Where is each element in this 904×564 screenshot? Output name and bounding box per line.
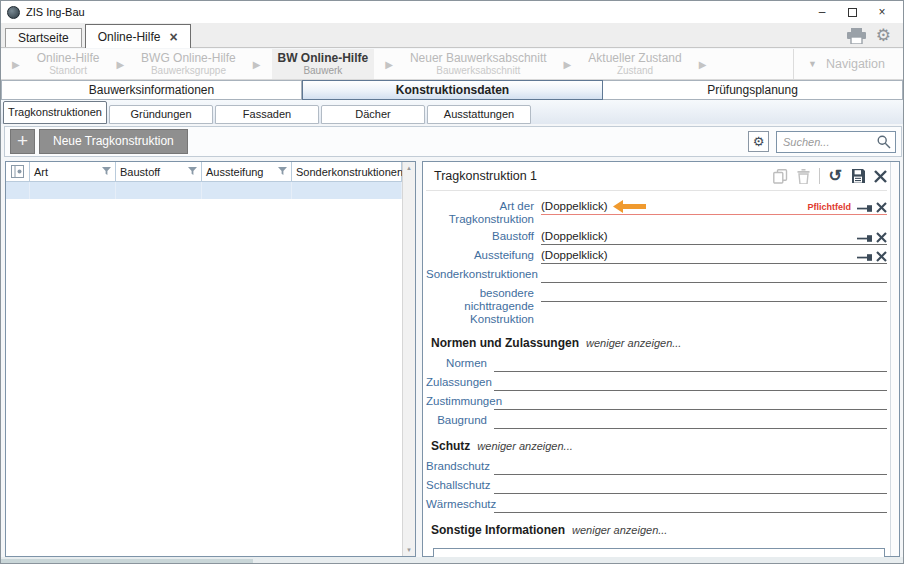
column-header-art[interactable]: Art xyxy=(30,162,116,181)
tab-gruendungen[interactable]: Gründungen xyxy=(109,105,213,124)
link-catalog-icon[interactable] xyxy=(857,253,872,262)
filter-icon[interactable] xyxy=(102,167,111,176)
field-art[interactable]: (Doppelklick) Pflichtfeld xyxy=(541,200,887,215)
scroll-up-icon[interactable]: ▲ xyxy=(406,164,412,172)
tab-online-hilfe[interactable]: Online-Hilfe × xyxy=(85,24,191,48)
field-value[interactable]: (Doppelklick) xyxy=(541,230,607,243)
field-zustimmungen[interactable] xyxy=(494,395,887,410)
field-sonderkonstruktionen[interactable] xyxy=(541,268,887,283)
clear-field-icon[interactable] xyxy=(876,232,887,243)
tab-ausstattungen[interactable]: Ausstattungen xyxy=(427,105,531,124)
tab-bauwerksinformationen[interactable]: Bauwerksinformationen xyxy=(1,80,302,100)
field-row-waermeschutz: Wärmeschutz xyxy=(426,498,887,513)
breadcrumb: ▶ Online-Hilfe Standort ▶ BWG Online-Hil… xyxy=(1,49,903,80)
field-row-zustimmungen: Zustimmungen xyxy=(426,395,887,410)
breadcrumb-item-bauwerksgruppe[interactable]: BWG Online-Hilfe Bauwerksgruppe xyxy=(135,49,242,79)
copy-icon[interactable] xyxy=(773,169,788,184)
tab-daecher[interactable]: Dächer xyxy=(321,105,425,124)
field-label: Art der Tragkonstruktion xyxy=(426,200,541,226)
section-toggle-link[interactable]: weniger anzeigen... xyxy=(586,337,681,349)
section-title: Sonstige Informationen xyxy=(431,523,565,537)
cell-sonderkonstruktionen xyxy=(292,182,402,199)
field-row-baustoff: Baustoff (Doppelklick) xyxy=(426,230,887,245)
tab-close-icon[interactable]: × xyxy=(169,30,177,44)
field-baustoff[interactable]: (Doppelklick) xyxy=(541,230,887,245)
search-icon[interactable] xyxy=(877,135,891,149)
table-row[interactable] xyxy=(6,182,415,199)
breadcrumb-arrow-icon: ▶ xyxy=(242,59,272,70)
tab-fassaden[interactable]: Fassaden xyxy=(215,105,319,124)
column-header-sonderkonstruktionen[interactable]: Sonderkonstruktionen xyxy=(292,162,402,181)
cell-baustoff xyxy=(116,182,202,199)
filter-icon[interactable] xyxy=(278,167,287,176)
search-box xyxy=(776,131,896,153)
breadcrumb-arrow-icon: ▶ xyxy=(688,59,718,70)
breadcrumb-item-zustand[interactable]: Aktueller Zustand Zustand xyxy=(582,49,687,79)
field-schallschutz[interactable] xyxy=(494,479,887,494)
field-aussteifung[interactable]: (Doppelklick) xyxy=(541,249,887,264)
field-waermeschutz[interactable] xyxy=(494,498,887,513)
clear-field-icon[interactable] xyxy=(876,251,887,262)
field-value[interactable]: (Doppelklick) xyxy=(541,200,607,213)
tab-pruefungsplanung[interactable]: Prüfungsplanung xyxy=(603,80,903,100)
new-tragkonstruktion-button[interactable]: Neue Tragkonstruktion xyxy=(39,129,188,154)
undo-icon[interactable]: ↺ xyxy=(829,168,842,184)
breadcrumb-subtitle: Bauwerk xyxy=(278,65,369,77)
tab-tragkonstruktionen[interactable]: Tragkonstruktionen xyxy=(3,101,107,124)
breadcrumb-title: Aktueller Zustand xyxy=(588,51,681,65)
detail-panel-scroll-gutter xyxy=(890,162,899,556)
field-row-aussteifung: Aussteifung (Doppelklick) xyxy=(426,249,887,264)
link-catalog-icon[interactable] xyxy=(857,234,872,243)
row-config-column-header[interactable] xyxy=(6,162,30,181)
column-label: Sonderkonstruktionen xyxy=(296,166,403,178)
field-besondere[interactable] xyxy=(541,287,887,302)
field-normen[interactable] xyxy=(494,357,887,372)
minimize-button[interactable]: – xyxy=(807,2,837,22)
field-value[interactable]: (Doppelklick) xyxy=(541,249,607,262)
field-label: Schallschutz xyxy=(426,479,494,492)
window-controls: – × xyxy=(807,2,897,22)
vertical-scrollbar[interactable]: ▲ ▼ xyxy=(402,162,415,556)
filter-icon[interactable] xyxy=(188,167,197,176)
search-input[interactable] xyxy=(783,136,877,148)
maximize-button[interactable] xyxy=(837,2,867,22)
link-catalog-icon[interactable] xyxy=(857,204,872,213)
trash-icon[interactable] xyxy=(797,169,810,184)
save-icon[interactable] xyxy=(851,169,865,183)
section-toggle-link[interactable]: weniger anzeigen... xyxy=(572,524,667,536)
column-header-baustoff[interactable]: Baustoff xyxy=(116,162,202,181)
breadcrumb-item-standort[interactable]: Online-Hilfe Standort xyxy=(31,49,106,79)
print-icon[interactable] xyxy=(847,28,866,44)
breadcrumb-title: Online-Hilfe xyxy=(37,51,100,65)
field-label: Baugrund xyxy=(426,414,494,427)
column-label: Art xyxy=(34,166,102,178)
field-zulassungen[interactable] xyxy=(494,376,887,391)
app-icon xyxy=(7,6,20,19)
field-brandschutz[interactable] xyxy=(494,460,887,475)
add-icon[interactable]: + xyxy=(10,129,35,154)
icon-separator xyxy=(819,168,820,184)
tab-startseite[interactable]: Startseite xyxy=(5,28,82,47)
section-tab-bar: Bauwerksinformationen Konstruktionsdaten… xyxy=(1,80,903,100)
close-button[interactable]: × xyxy=(867,2,897,22)
settings-gear-icon[interactable]: ⚙ xyxy=(876,27,891,45)
breadcrumb-title: BW Online-Hilfe xyxy=(278,51,369,65)
field-baugrund[interactable] xyxy=(494,414,887,429)
window-title: ZIS Ing-Bau xyxy=(26,6,85,18)
scroll-down-icon[interactable]: ▼ xyxy=(406,546,412,554)
navigation-dropdown[interactable]: ▼ Navigation xyxy=(793,49,903,79)
column-label: Aussteifung xyxy=(206,166,278,178)
search-settings-gear-icon[interactable]: ⚙ xyxy=(748,131,769,152)
table-header: Art Baustoff Aussteifung Sonderkonstrukt… xyxy=(6,162,415,182)
breadcrumb-arrow-icon: ▶ xyxy=(553,59,583,70)
section-toggle-link[interactable]: weniger anzeigen... xyxy=(477,440,572,452)
column-header-aussteifung[interactable]: Aussteifung xyxy=(202,162,292,181)
maximize-icon xyxy=(848,8,857,17)
field-row-schallschutz: Schallschutz xyxy=(426,479,887,494)
tab-konstruktionsdaten[interactable]: Konstruktionsdaten xyxy=(302,80,603,100)
breadcrumb-item-bauwerk[interactable]: BW Online-Hilfe Bauwerk xyxy=(272,49,375,79)
section-normen-und-zulassungen: Normen und Zulassungen weniger anzeigen.… xyxy=(431,336,887,350)
close-panel-icon[interactable] xyxy=(874,170,887,183)
clear-field-icon[interactable] xyxy=(876,202,887,213)
breadcrumb-item-bauwerksabschnitt[interactable]: Neuer Bauwerksabschnitt Bauwerksabschnit… xyxy=(404,49,553,79)
